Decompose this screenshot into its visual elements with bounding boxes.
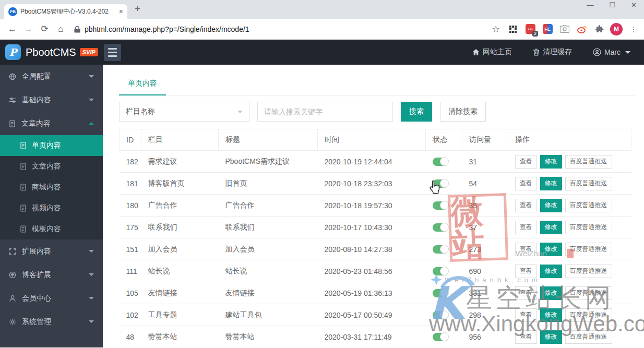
view-button[interactable]: 查看 bbox=[515, 177, 537, 190]
status-toggle[interactable] bbox=[433, 333, 448, 341]
sidebar-item-2[interactable]: 文章内容 bbox=[0, 112, 103, 135]
view-button[interactable]: 查看 bbox=[515, 286, 537, 300]
red-extension-icon[interactable]: ⋯2 bbox=[524, 23, 536, 35]
baidu-push-button[interactable]: 百度普通推送 bbox=[565, 243, 612, 256]
search-button[interactable]: 搜索 bbox=[401, 102, 432, 122]
window-minimize-button[interactable]: — bbox=[587, 1, 593, 9]
clear-search-button[interactable]: 清除搜索 bbox=[440, 102, 486, 122]
admin-header: P PbootCMS SVIP 网站主页 清理缓存 Marc bbox=[0, 40, 644, 65]
extensions-puzzle-icon[interactable] bbox=[593, 23, 605, 35]
nav-site-home[interactable]: 网站主页 bbox=[472, 47, 512, 57]
view-button[interactable]: 查看 bbox=[515, 265, 537, 278]
sidebar-item-5[interactable]: 会员中心 bbox=[0, 286, 103, 310]
status-toggle[interactable] bbox=[433, 179, 448, 188]
column-select[interactable]: 栏目名称 bbox=[119, 102, 249, 122]
back-icon[interactable]: ← bbox=[4, 24, 20, 34]
url-text: pbhtml.com/manage.php?p=/Single/index/mc… bbox=[85, 25, 249, 33]
status-toggle[interactable] bbox=[433, 158, 448, 166]
table-row: 182需求建议PbootCMS需求建议2020-10-19 12:44:0431… bbox=[120, 151, 631, 173]
baidu-push-button[interactable]: 百度普通推送 bbox=[565, 155, 612, 169]
window-close-button[interactable]: ✕ bbox=[631, 1, 637, 9]
baidu-push-button[interactable]: 百度普通推送 bbox=[565, 286, 612, 300]
status-toggle[interactable] bbox=[433, 201, 448, 210]
browser-tab[interactable]: PB PbootCMS管理中心-V3.0.4-202 × bbox=[4, 4, 127, 19]
row-visits: 31 bbox=[462, 151, 508, 173]
qr-extension-icon[interactable] bbox=[507, 23, 519, 35]
edit-button[interactable]: 修改 bbox=[540, 199, 562, 212]
column-header: 访问量 bbox=[462, 129, 508, 151]
sidebar-item-4[interactable]: 博客扩展 bbox=[0, 263, 103, 286]
edit-button[interactable]: 修改 bbox=[540, 330, 562, 344]
view-button[interactable]: 查看 bbox=[515, 308, 537, 322]
favicon: PB bbox=[8, 7, 17, 16]
row-id: 48 bbox=[120, 326, 141, 348]
column-header: 时间 bbox=[318, 129, 426, 151]
baidu-push-button[interactable]: 百度普通推送 bbox=[565, 265, 612, 278]
status-toggle[interactable] bbox=[433, 289, 448, 297]
sidebar-toggle-hamburger-icon[interactable] bbox=[104, 44, 121, 61]
edit-button[interactable]: 修改 bbox=[540, 155, 562, 169]
window-maximize-button[interactable]: ☐ bbox=[609, 1, 615, 9]
status-toggle[interactable] bbox=[433, 267, 448, 275]
view-button[interactable]: 查看 bbox=[515, 155, 537, 169]
view-button[interactable]: 查看 bbox=[515, 221, 537, 234]
view-button[interactable]: 查看 bbox=[515, 243, 537, 256]
weibo-extension-icon[interactable] bbox=[576, 23, 588, 35]
edit-button[interactable]: 修改 bbox=[540, 265, 562, 278]
reload-icon[interactable]: ⟳ bbox=[37, 23, 53, 34]
sidebar-item-1[interactable]: 基础内容 bbox=[0, 88, 103, 112]
fe-extension-icon[interactable]: FE bbox=[541, 23, 554, 35]
profile-avatar[interactable]: M bbox=[610, 23, 623, 35]
edit-button[interactable]: 修改 bbox=[540, 286, 562, 300]
edit-button[interactable]: 修改 bbox=[540, 308, 562, 322]
address-bar[interactable]: pbhtml.com/manage.php?p=/Single/index/mc… bbox=[74, 25, 490, 33]
status-toggle[interactable] bbox=[433, 311, 448, 319]
home-icon[interactable]: ⌂ bbox=[53, 24, 69, 34]
row-id: 181 bbox=[120, 173, 141, 195]
new-tab-button[interactable]: + bbox=[135, 3, 140, 15]
sidebar-subitem-模板内容[interactable]: 模板内容 bbox=[0, 219, 103, 239]
table-row: 175联系我们联系我们2020-10-17 10:43:3037查看修改百度普通… bbox=[120, 217, 631, 238]
view-button[interactable]: 查看 bbox=[515, 330, 537, 344]
column-select-value: 栏目名称 bbox=[126, 107, 155, 116]
sidebar-item-3[interactable]: 扩展内容 bbox=[0, 239, 103, 263]
sidebar-subitem-视频内容[interactable]: 视频内容 bbox=[0, 198, 103, 219]
sidebar-subitem-label: 文章内容 bbox=[32, 162, 61, 171]
sidebar-subitem-商城内容[interactable]: 商城内容 bbox=[0, 177, 103, 198]
edit-button[interactable]: 修改 bbox=[540, 221, 562, 234]
baidu-push-button[interactable]: 百度普通推送 bbox=[565, 199, 612, 212]
sidebar-subitem-单页内容[interactable]: 单页内容 bbox=[0, 135, 103, 156]
nav-clear-cache[interactable]: 清理缓存 bbox=[533, 47, 572, 57]
bookmark-star-icon[interactable]: ☆ bbox=[490, 23, 502, 35]
chrome-menu-icon[interactable]: ⋮ bbox=[627, 23, 640, 35]
sidebar-submenu: 单页内容文章内容商城内容视频内容模板内容 bbox=[0, 135, 103, 239]
tab-close-icon[interactable]: × bbox=[119, 7, 123, 16]
table-row: 181博客版首页旧首页2020-10-18 23:32:0354查看修改百度普通… bbox=[120, 173, 631, 195]
sidebar-subitem-文章内容[interactable]: 文章内容 bbox=[0, 156, 103, 177]
lock-icon bbox=[74, 26, 80, 33]
table-row: 180广告合作广告合作2020-10-18 19:57:3035查看修改百度普通… bbox=[120, 195, 631, 217]
sidebar-item-label: 系统管理 bbox=[22, 317, 51, 327]
sidebar-item-6[interactable]: 系统管理 bbox=[0, 310, 103, 333]
user-menu[interactable]: Marc bbox=[593, 48, 630, 56]
edit-button[interactable]: 修改 bbox=[540, 243, 562, 256]
row-column: 加入会员 bbox=[141, 238, 219, 260]
baidu-push-button[interactable]: 百度普通推送 bbox=[565, 177, 612, 190]
forward-icon[interactable]: → bbox=[20, 24, 37, 34]
row-id: 182 bbox=[120, 151, 141, 173]
browser-tab-strip: PB PbootCMS管理中心-V3.0.4-202 × + — ☐ ✕ bbox=[0, 0, 644, 19]
camera-extension-icon[interactable] bbox=[558, 23, 571, 35]
sidebar-subitem-label: 模板内容 bbox=[32, 224, 61, 234]
sidebar-subitem-label: 视频内容 bbox=[32, 203, 61, 213]
search-input[interactable] bbox=[257, 102, 393, 122]
tab-single-page-content[interactable]: 单页内容 bbox=[119, 72, 166, 95]
baidu-push-button[interactable]: 百度普通推送 bbox=[565, 308, 612, 322]
status-toggle[interactable] bbox=[433, 245, 448, 254]
baidu-push-button[interactable]: 百度普通推送 bbox=[565, 330, 612, 344]
row-column: 广告合作 bbox=[141, 195, 219, 217]
baidu-push-button[interactable]: 百度普通推送 bbox=[565, 221, 612, 234]
sidebar-item-0[interactable]: 全局配置 bbox=[0, 65, 103, 88]
view-button[interactable]: 查看 bbox=[515, 199, 537, 212]
edit-button[interactable]: 修改 bbox=[540, 177, 562, 190]
status-toggle[interactable] bbox=[433, 223, 448, 232]
